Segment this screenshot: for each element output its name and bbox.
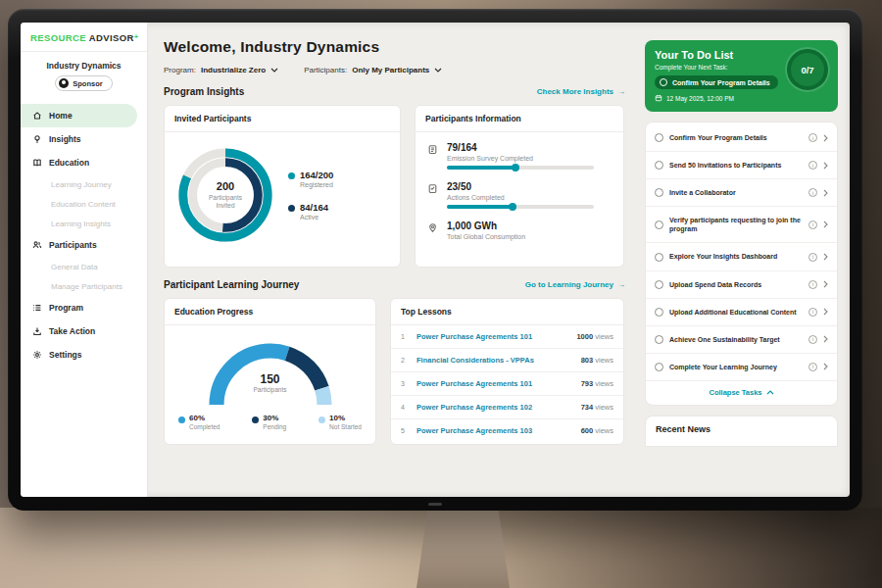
invited-participants-card: Invited Participants 200 Partic	[164, 105, 401, 268]
legend-item-registered: 164/200 Registered	[288, 170, 333, 188]
chevron-right-icon	[823, 220, 828, 228]
sidebar-item-take-action[interactable]: Take Action	[21, 319, 147, 343]
lesson-row[interactable]: 4 Power Purchase Agreements 102 734 view…	[391, 396, 623, 419]
collapse-tasks-link[interactable]: Collapse Tasks	[646, 381, 837, 403]
sidebar-item-manage-participants[interactable]: Manage Participants	[21, 276, 147, 296]
checkbox-icon[interactable]	[655, 220, 663, 229]
task-row-verify-participants[interactable]: Verify participants requesting to join t…	[646, 207, 837, 243]
go-to-learning-journey-link[interactable]: Go to Learning Journey →	[525, 280, 625, 289]
info-icon[interactable]: i	[808, 335, 817, 344]
participants-filter-dropdown[interactable]: Participants: Only My Participants	[304, 66, 442, 74]
lesson-row[interactable]: 5 Power Purchase Agreements 103 600 view…	[391, 419, 623, 442]
invited-donut-chart: 200 Participants Invited	[172, 142, 278, 248]
next-task-pill[interactable]: Confirm Your Program Details	[655, 75, 778, 89]
power-led	[428, 503, 442, 506]
info-icon[interactable]: i	[808, 133, 817, 142]
info-icon[interactable]: i	[808, 220, 817, 229]
info-icon[interactable]: i	[808, 161, 817, 170]
program-filter-dropdown[interactable]: Program: Industrialize Zero	[164, 66, 278, 74]
filter-label: Program:	[164, 66, 196, 74]
info-icon[interactable]: i	[808, 308, 817, 317]
legend-item-active: 84/164 Active	[288, 202, 333, 220]
next-task-label: Confirm Your Program Details	[672, 79, 770, 86]
checkbox-icon[interactable]	[655, 308, 663, 317]
invited-total-label: Participants Invited	[202, 194, 249, 210]
lesson-link[interactable]: Power Purchase Agreements 103	[416, 426, 573, 435]
lesson-row[interactable]: 2 Financial Considerations - VPPAs 803 v…	[391, 349, 623, 372]
link-label: Check More Insights	[537, 87, 613, 96]
task-row-upload-educational-content[interactable]: Upload Additional Educational Content i	[646, 299, 837, 326]
chevron-right-icon	[823, 253, 828, 261]
task-row-invite-collaborator[interactable]: Invite a Collaborator i	[646, 179, 837, 207]
home-icon	[32, 111, 42, 121]
completed-dot	[178, 416, 185, 423]
legend-item-not-started: 10% Not Started	[318, 414, 362, 430]
sidebar-item-insights[interactable]: Insights	[21, 127, 147, 151]
task-row-confirm-program[interactable]: Confirm Your Program Details i	[646, 124, 837, 152]
recent-news-header: Recent News	[645, 416, 838, 447]
users-icon	[32, 240, 42, 250]
card-title: Invited Participants	[165, 106, 400, 132]
sidebar-item-label: Take Action	[49, 326, 95, 336]
sidebar-item-learning-insights[interactable]: Learning Insights	[21, 214, 147, 233]
checkbox-icon[interactable]	[655, 161, 663, 170]
task-row-explore-insights[interactable]: Explore Your Insights Dashboard i	[646, 243, 837, 270]
list-icon	[32, 303, 42, 313]
task-row-complete-learning-journey[interactable]: Complete Your Learning Journey i	[646, 354, 837, 381]
lesson-link[interactable]: Power Purchase Agreements 101	[416, 379, 573, 388]
lesson-row[interactable]: 3 Power Purchase Agreements 101 793 view…	[391, 372, 623, 396]
link-label: Go to Learning Journey	[525, 280, 613, 289]
sidebar-item-program[interactable]: Program	[21, 296, 147, 319]
checkbox-icon[interactable]	[655, 335, 663, 344]
learning-journey-header: Participant Learning Journey Go to Learn…	[164, 279, 625, 290]
sidebar-item-learning-journey[interactable]: Learning Journey	[21, 174, 147, 194]
sidebar-item-general-data[interactable]: General Data	[21, 257, 147, 276]
sidebar-item-participants[interactable]: Participants	[21, 233, 147, 257]
actions-completed-row: 23/50 Actions Completed	[427, 181, 612, 209]
gear-icon	[32, 350, 42, 360]
lesson-row[interactable]: 1 Power Purchase Agreements 101 1000 vie…	[391, 325, 623, 349]
task-row-achieve-target[interactable]: Achieve One Sustainability Target i	[646, 326, 837, 354]
education-gauge-chart: 150 Participants	[165, 325, 375, 410]
app-logo: RESOURCE ADVISOR+	[21, 32, 147, 52]
pending-dot	[252, 416, 259, 423]
sidebar-item-label: Education	[49, 158, 89, 168]
chevron-right-icon	[823, 280, 828, 288]
task-row-upload-spend-data[interactable]: Upload Spend Data Records i	[646, 271, 837, 299]
section-title: Program Insights	[164, 86, 244, 97]
sidebar-item-home[interactable]: Home	[21, 104, 137, 127]
registered-dot	[288, 172, 295, 179]
checkbox-icon[interactable]	[655, 363, 663, 371]
global-consumption-row: 1,000 GWh Total Global Consumption	[427, 220, 612, 244]
sponsor-badge[interactable]: Sponsor	[55, 75, 112, 91]
todo-subtitle: Complete Your Next Task:	[655, 64, 778, 71]
task-row-send-invitations[interactable]: Send 50 Invitations to Participants i	[646, 152, 837, 179]
checkbox-icon[interactable]	[655, 280, 663, 289]
info-icon[interactable]: i	[808, 363, 817, 371]
checkbox-icon[interactable]	[655, 188, 663, 197]
location-pin-icon	[427, 220, 439, 244]
sidebar-nav: Home Insights Education Learning Journey…	[21, 99, 147, 371]
gauge-total: 150	[165, 372, 375, 386]
sidebar-item-settings[interactable]: Settings	[21, 343, 147, 367]
sidebar-item-education-content[interactable]: Education Content	[21, 194, 147, 214]
legend-item-pending: 30% Pending	[252, 414, 286, 430]
emission-survey-progressbar	[447, 166, 594, 170]
sponsor-badge-label: Sponsor	[73, 79, 102, 88]
sidebar-item-education[interactable]: Education	[21, 151, 147, 174]
lesson-link[interactable]: Power Purchase Agreements 102	[416, 403, 573, 412]
journey-cards: Education Progress 150 Participants	[164, 298, 625, 445]
info-icon[interactable]: i	[808, 188, 817, 197]
checkbox-icon[interactable]	[655, 253, 663, 262]
lesson-link[interactable]: Power Purchase Agreements 101	[416, 332, 568, 341]
todo-summary-card: Your To Do List Complete Your Next Task:…	[645, 40, 838, 112]
active-dot	[288, 205, 295, 212]
arrow-right-icon: →	[617, 87, 625, 96]
check-more-insights-link[interactable]: Check More Insights →	[537, 87, 625, 96]
checkbox-icon[interactable]	[655, 133, 663, 142]
download-icon	[32, 326, 42, 336]
info-icon[interactable]: i	[808, 253, 817, 262]
info-icon[interactable]: i	[808, 280, 817, 289]
lesson-link[interactable]: Financial Considerations - VPPAs	[416, 356, 573, 365]
gauge-total-label: Participants	[165, 386, 375, 393]
